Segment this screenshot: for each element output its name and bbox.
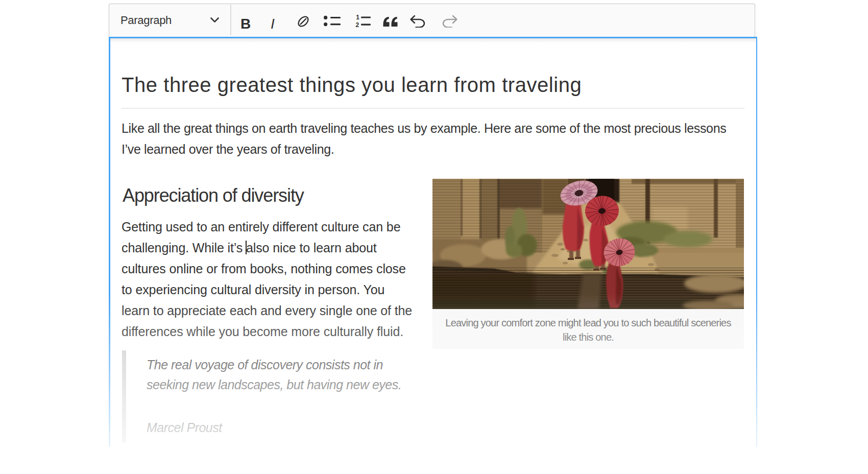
svg-text:2: 2 (356, 21, 359, 28)
svg-text:1: 1 (356, 14, 359, 21)
